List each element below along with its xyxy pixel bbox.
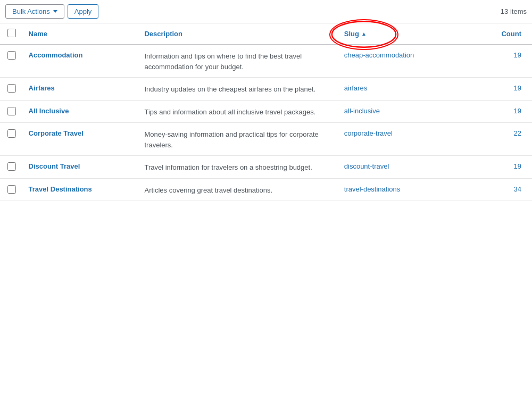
table-header-row: Name Description Slug ▲ Count (0, 23, 532, 45)
row-checkbox-cell[interactable] (0, 178, 23, 201)
row-description-cell: Information and tips on where to find th… (139, 45, 338, 78)
toolbar-left: Bulk Actions Apply (5, 4, 98, 19)
bulk-actions-label: Bulk Actions (12, 7, 50, 15)
row-name-cell[interactable]: All Inclusive (23, 100, 139, 123)
row-name-link[interactable]: All Inclusive (29, 107, 69, 115)
row-name-cell[interactable]: Travel Destinations (23, 178, 139, 201)
row-checkbox[interactable] (7, 84, 16, 93)
items-count: 13 items (501, 7, 527, 15)
bulk-actions-button[interactable]: Bulk Actions (5, 4, 64, 19)
table-row: Accommodation Information and tips on wh… (0, 45, 532, 78)
categories-table: Name Description Slug ▲ Count (0, 23, 532, 201)
row-description-cell: Money-saving information and practical t… (139, 123, 338, 156)
row-count-cell: 22 (480, 123, 532, 156)
table-row: All Inclusive Tips and information about… (0, 100, 532, 123)
slug-column-header[interactable]: Slug ▲ (339, 23, 480, 45)
row-description-cell: Industry updates on the cheapest airfare… (139, 78, 338, 101)
toolbar: Bulk Actions Apply 13 items (0, 0, 532, 23)
row-description-cell: Tips and information about all inclusive… (139, 100, 338, 123)
row-checkbox-cell[interactable] (0, 45, 23, 78)
row-slug-cell: all-inclusive (339, 100, 480, 123)
row-name-link[interactable]: Corporate Travel (29, 129, 84, 137)
description-column-header[interactable]: Description (139, 23, 338, 45)
row-checkbox-cell[interactable] (0, 78, 23, 101)
row-name-cell[interactable]: Airfares (23, 78, 139, 101)
sort-arrow-icon: ▲ (361, 31, 367, 37)
row-count-cell: 34 (480, 178, 532, 201)
chevron-down-icon (53, 10, 57, 13)
row-description-cell: Travel information for travelers on a sh… (139, 156, 338, 179)
select-all-header[interactable] (0, 23, 23, 45)
row-slug-cell: corporate-travel (339, 123, 480, 156)
slug-sort-button[interactable]: Slug ▲ (344, 30, 367, 38)
row-count-cell: 19 (480, 156, 532, 179)
row-name-cell[interactable]: Corporate Travel (23, 123, 139, 156)
row-checkbox-cell[interactable] (0, 123, 23, 156)
table-row: Corporate Travel Money-saving informatio… (0, 123, 532, 156)
row-name-link[interactable]: Airfares (29, 84, 55, 92)
row-slug-cell: discount-travel (339, 156, 480, 179)
apply-label: Apply (74, 7, 92, 15)
row-name-link[interactable]: Travel Destinations (29, 185, 92, 193)
row-checkbox[interactable] (7, 185, 16, 194)
row-description-cell: Articles covering great travel destinati… (139, 178, 338, 201)
row-name-link[interactable]: Discount Travel (29, 162, 80, 170)
row-count-cell: 19 (480, 78, 532, 101)
row-count-cell: 19 (480, 45, 532, 78)
row-name-cell[interactable]: Discount Travel (23, 156, 139, 179)
row-checkbox[interactable] (7, 51, 16, 60)
row-slug-cell: airfares (339, 78, 480, 101)
row-checkbox-cell[interactable] (0, 100, 23, 123)
row-checkbox[interactable] (7, 162, 16, 171)
row-checkbox[interactable] (7, 129, 16, 138)
row-checkbox[interactable] (7, 107, 16, 115)
table-row: Airfares Industry updates on the cheapes… (0, 78, 532, 101)
select-all-checkbox[interactable] (7, 29, 16, 37)
name-column-header[interactable]: Name (23, 23, 139, 45)
apply-button[interactable]: Apply (68, 4, 99, 19)
row-name-link[interactable]: Accommodation (29, 51, 83, 59)
table-row: Travel Destinations Articles covering gr… (0, 178, 532, 201)
row-slug-cell: travel-destinations (339, 178, 480, 201)
row-checkbox-cell[interactable] (0, 156, 23, 179)
row-name-cell[interactable]: Accommodation (23, 45, 139, 78)
table-row: Discount Travel Travel information for t… (0, 156, 532, 179)
count-column-header[interactable]: Count (480, 23, 532, 45)
row-count-cell: 19 (480, 100, 532, 123)
row-slug-cell: cheap-accommodation (339, 45, 480, 78)
